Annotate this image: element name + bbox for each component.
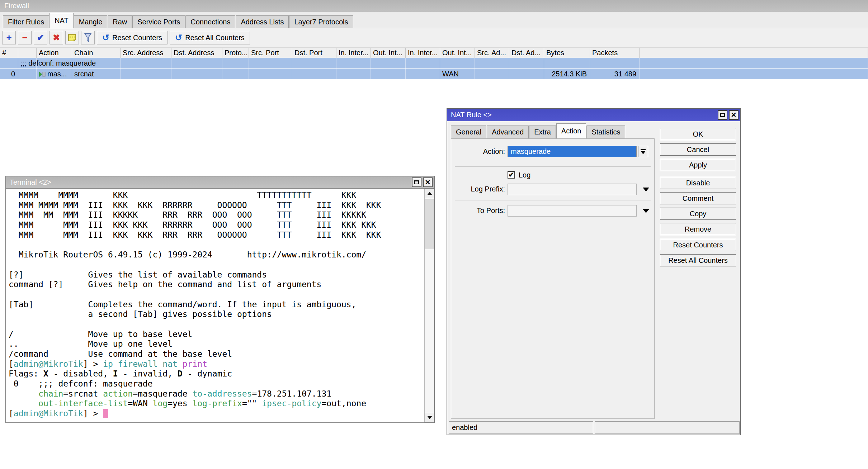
- ok-button[interactable]: OK: [660, 128, 736, 140]
- reset-counters-button[interactable]: ↺ Reset Counters: [97, 31, 168, 44]
- column-header-action-2[interactable]: Action: [37, 48, 72, 58]
- dialog-tab-general[interactable]: General: [451, 125, 486, 138]
- terminal-line-4: MMM MMM III KKK KKK RRR RRR OOOOOO TTT I…: [9, 230, 423, 240]
- terminal-scrollbar[interactable]: [424, 189, 434, 422]
- column-header-src-port-7[interactable]: Src. Port: [249, 48, 292, 58]
- tab-address-lists[interactable]: Address Lists: [236, 15, 289, 28]
- action-dropdown-button[interactable]: [638, 146, 648, 157]
- rule-chain: srcnat: [72, 69, 121, 79]
- reset-all-counters-button[interactable]: Reset All Counters: [660, 254, 736, 266]
- column-header-dst-address-5[interactable]: Dst. Address: [171, 48, 222, 58]
- terminal-title: Terminal <2>: [10, 178, 51, 186]
- tab-mangle[interactable]: Mangle: [74, 15, 108, 28]
- enable-rule-button[interactable]: ✔: [34, 31, 47, 44]
- dialog-tab-advanced[interactable]: Advanced: [487, 125, 529, 138]
- comment-button[interactable]: Comment: [660, 192, 736, 204]
- row-cell-8: [292, 58, 336, 68]
- column-header-1[interactable]: [18, 48, 37, 58]
- arrow-down-icon: [427, 416, 432, 419]
- terminal-line-22: [admin@MikroTik] >: [9, 409, 423, 419]
- tab-raw[interactable]: Raw: [108, 15, 132, 28]
- column-header-out-int-10[interactable]: Out. Int...: [371, 48, 406, 58]
- tab-connections[interactable]: Connections: [185, 15, 235, 28]
- terminal-maximize-button[interactable]: [412, 177, 421, 187]
- terminal-close-button[interactable]: ✕: [423, 177, 433, 187]
- column-header-proto-6[interactable]: Proto...: [222, 48, 249, 58]
- column-header-chain-3[interactable]: Chain: [72, 48, 121, 58]
- separator: [455, 200, 651, 200]
- reset-counters-icon: ↺: [102, 33, 109, 42]
- dialog-maximize-button[interactable]: [718, 110, 727, 120]
- terminal-output[interactable]: MMMM MMMM KKK TTTTTTTTTTT KKK MMM MMMM M…: [6, 188, 434, 422]
- column-header-packets-16[interactable]: Packets: [590, 48, 640, 58]
- column-header-src-address-4[interactable]: Src. Address: [121, 48, 171, 58]
- disable-button[interactable]: Disable: [660, 177, 736, 189]
- row-cell-1: [18, 69, 37, 79]
- row-cell-7: [249, 58, 292, 68]
- add-rule-button[interactable]: +: [2, 31, 16, 44]
- dialog-close-button[interactable]: ✕: [729, 110, 739, 120]
- log-prefix-input[interactable]: [508, 184, 637, 195]
- column-header-out-int-12[interactable]: Out. Int...: [440, 48, 475, 58]
- to-ports-label: To Ports:: [451, 205, 505, 216]
- to-ports-dropdown-arrow-icon[interactable]: [643, 209, 649, 213]
- terminal-cursor: [103, 409, 108, 418]
- scroll-up-button[interactable]: [425, 189, 434, 198]
- row-cell-0: [0, 58, 18, 68]
- terminal-line-12: a second [Tab] gives possible options: [9, 309, 423, 319]
- tab-nat[interactable]: NAT: [49, 13, 74, 28]
- nat-comment-row[interactable]: ;;; defconf: masquerade: [0, 58, 868, 68]
- log-checkbox[interactable]: ✔: [508, 171, 515, 179]
- nat-dialog-titlebar[interactable]: NAT Rule <> ✕: [447, 109, 740, 121]
- column-header-in-inter-9[interactable]: In. Inter...: [336, 48, 371, 58]
- disable-rule-button[interactable]: ✖: [49, 31, 63, 44]
- terminal-titlebar[interactable]: Terminal <2> ✕: [6, 176, 434, 188]
- scrollbar-thumb[interactable]: [425, 199, 434, 249]
- row-cell-2: mas...: [37, 69, 72, 79]
- minus-icon: −: [22, 32, 27, 43]
- reset-counters-button[interactable]: Reset Counters: [660, 239, 736, 251]
- firewall-titlebar[interactable]: Firewall: [0, 0, 868, 12]
- dialog-tab-extra[interactable]: Extra: [529, 125, 556, 138]
- column-header-17[interactable]: [640, 48, 868, 58]
- column-header-dst-port-8[interactable]: Dst. Port: [292, 48, 336, 58]
- filter-button[interactable]: [81, 31, 95, 44]
- firewall-title: Firewall: [4, 2, 29, 10]
- column-header-dst-ad-14[interactable]: Dst. Ad...: [509, 48, 544, 58]
- apply-button[interactable]: Apply: [660, 159, 736, 171]
- action-dropdown[interactable]: masquerade: [508, 146, 637, 157]
- tab-layer7-protocols[interactable]: Layer7 Protocols: [289, 15, 353, 28]
- reset-all-counters-icon: ↺: [175, 33, 182, 42]
- dialog-tab-statistics[interactable]: Statistics: [586, 125, 625, 138]
- to-ports-input[interactable]: [508, 205, 637, 217]
- action-tab-page: Action: masquerade ✔ Log Log Prefix: To …: [451, 138, 655, 419]
- row-cell-9: [336, 58, 371, 68]
- dialog-tab-action[interactable]: Action: [556, 123, 586, 138]
- column-header-bytes-15[interactable]: Bytes: [544, 48, 590, 58]
- comment-rule-button[interactable]: [65, 31, 79, 44]
- nat-dialog-title: NAT Rule <>: [451, 111, 492, 119]
- copy-button[interactable]: Copy: [660, 208, 736, 220]
- log-prefix-dropdown-arrow-icon[interactable]: [643, 188, 649, 191]
- column-header-src-ad-13[interactable]: Src. Ad...: [475, 48, 509, 58]
- row-cell-7: [249, 69, 292, 79]
- column-header-in-inter-11[interactable]: In. Inter...: [406, 48, 440, 58]
- row-cell-15: [544, 58, 590, 68]
- column-header-blank-0[interactable]: #: [0, 48, 18, 58]
- row-cell-9: [336, 69, 371, 79]
- terminal-line-10: [9, 290, 423, 300]
- cancel-button[interactable]: Cancel: [660, 143, 736, 156]
- remove-button[interactable]: Remove: [660, 223, 736, 235]
- scroll-down-button[interactable]: [425, 413, 434, 422]
- terminal-line-2: MMM MM MMM III KKKKK RRR RRR OOO OOO TTT…: [9, 210, 423, 220]
- terminal-line-15: .. Move up one level: [9, 339, 423, 349]
- arrow-up-icon: [427, 192, 432, 195]
- nat-rule-row[interactable]: 0mas...srcnatWAN2514.3 KiB31 489: [0, 69, 868, 79]
- row-cell-16: [590, 58, 640, 68]
- remove-rule-button[interactable]: −: [18, 31, 32, 44]
- firewall-table-header: #ActionChainSrc. AddressDst. AddressProt…: [0, 47, 868, 58]
- tab-service-ports[interactable]: Service Ports: [132, 15, 185, 28]
- note-icon: [67, 33, 77, 42]
- reset-all-counters-button[interactable]: ↺ Reset All Counters: [170, 31, 250, 44]
- tab-filter-rules[interactable]: Filter Rules: [3, 15, 49, 28]
